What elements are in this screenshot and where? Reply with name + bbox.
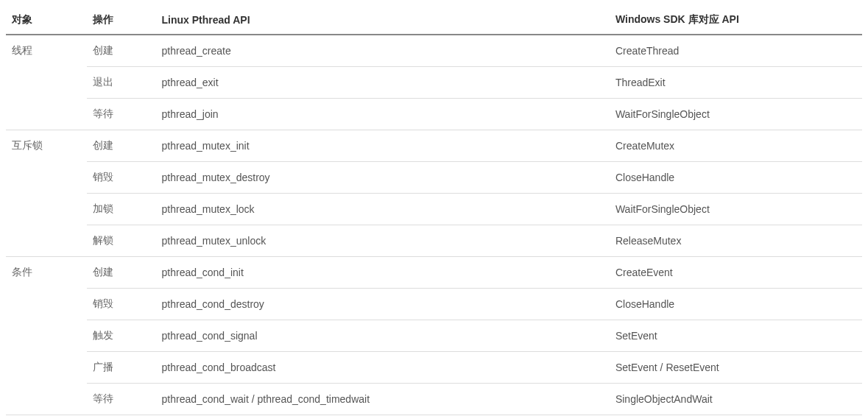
cell-windows-api: CloseHandle [610, 289, 862, 320]
table-row: 互斥锁创建pthread_mutex_initCreateMutex [6, 130, 862, 162]
cell-operation: 创建 [87, 130, 155, 162]
cell-windows-api: ThreadExit [610, 67, 862, 99]
cell-operation: 退出 [87, 67, 155, 99]
table-row: 广播pthread_cond_broadcastSetEvent / Reset… [6, 352, 862, 384]
table-row: 退出pthread_exitThreadExit [6, 67, 862, 99]
cell-linux-api: pthread_cond_broadcast [156, 352, 610, 384]
table-row: 解锁pthread_mutex_unlockReleaseMutex [6, 225, 862, 257]
cell-windows-api: CreateThread [610, 35, 862, 67]
cell-object: 条件 [6, 257, 87, 415]
table-row: 加锁pthread_mutex_lockWaitForSingleObject [6, 194, 862, 225]
table-row: 等待pthread_cond_wait / pthread_cond_timed… [6, 384, 862, 415]
cell-linux-api: pthread_mutex_init [156, 130, 610, 162]
cell-operation: 广播 [87, 352, 155, 384]
cell-linux-api: pthread_cond_destroy [156, 289, 610, 320]
cell-object: 线程 [6, 35, 87, 130]
cell-operation: 创建 [87, 35, 155, 67]
table-row: 等待pthread_joinWaitForSingleObject [6, 99, 862, 130]
cell-windows-api: SetEvent / ResetEvent [610, 352, 862, 384]
cell-windows-api: WaitForSingleObject [610, 194, 862, 225]
api-comparison-table: 对象 操作 Linux Pthread API Windows SDK 库对应 … [6, 6, 862, 415]
header-windows: Windows SDK 库对应 API [610, 6, 862, 35]
cell-linux-api: pthread_exit [156, 67, 610, 99]
cell-windows-api: SetEvent [610, 320, 862, 352]
cell-operation: 销毁 [87, 289, 155, 320]
cell-windows-api: CloseHandle [610, 162, 862, 194]
cell-linux-api: pthread_create [156, 35, 610, 67]
cell-linux-api: pthread_cond_signal [156, 320, 610, 352]
cell-linux-api: pthread_join [156, 99, 610, 130]
cell-windows-api: CreateEvent [610, 257, 862, 289]
cell-windows-api: SingleObjectAndWait [610, 384, 862, 415]
cell-windows-api: ReleaseMutex [610, 225, 862, 257]
header-object: 对象 [6, 6, 87, 35]
cell-operation: 等待 [87, 99, 155, 130]
table-row: 条件创建pthread_cond_initCreateEvent [6, 257, 862, 289]
table-row: 触发pthread_cond_signalSetEvent [6, 320, 862, 352]
cell-linux-api: pthread_mutex_unlock [156, 225, 610, 257]
cell-operation: 销毁 [87, 162, 155, 194]
cell-object: 互斥锁 [6, 130, 87, 257]
cell-windows-api: WaitForSingleObject [610, 99, 862, 130]
table-row: 销毁pthread_cond_destroyCloseHandle [6, 289, 862, 320]
header-operation: 操作 [87, 6, 155, 35]
cell-windows-api: CreateMutex [610, 130, 862, 162]
table-header-row: 对象 操作 Linux Pthread API Windows SDK 库对应 … [6, 6, 862, 35]
cell-linux-api: pthread_mutex_lock [156, 194, 610, 225]
cell-linux-api: pthread_cond_init [156, 257, 610, 289]
cell-operation: 加锁 [87, 194, 155, 225]
cell-operation: 触发 [87, 320, 155, 352]
cell-linux-api: pthread_cond_wait / pthread_cond_timedwa… [156, 384, 610, 415]
cell-linux-api: pthread_mutex_destroy [156, 162, 610, 194]
header-linux: Linux Pthread API [156, 6, 610, 35]
cell-operation: 等待 [87, 384, 155, 415]
table-row: 线程创建pthread_createCreateThread [6, 35, 862, 67]
cell-operation: 创建 [87, 257, 155, 289]
cell-operation: 解锁 [87, 225, 155, 257]
table-row: 销毁pthread_mutex_destroyCloseHandle [6, 162, 862, 194]
